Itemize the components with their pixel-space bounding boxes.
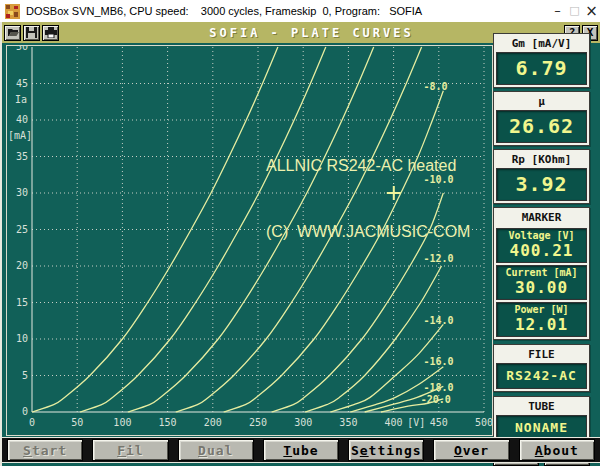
marker-readout-value: 12.01: [497, 315, 586, 336]
svg-text:-14.0: -14.0: [423, 315, 453, 326]
svg-text:15: 15: [16, 297, 28, 308]
svg-text:250: 250: [249, 417, 267, 428]
marker-readout-label: Power [W]: [497, 303, 586, 315]
svg-text:-16.0: -16.0: [423, 356, 453, 367]
svg-text:350: 350: [339, 417, 357, 428]
sidebar: Gm [mA/V] 6.79 µ 26.62 Rp [KOhm] 3.92 MA…: [493, 33, 590, 466]
svg-text:200: 200: [204, 417, 222, 428]
sofia-screen: SOFIA - PLATE CURVES ? X 050100150200250…: [0, 22, 600, 466]
gm-value: 6.79: [497, 53, 586, 84]
plate-curves-chart: 050100150200250300350400450500[V]0510152…: [6, 45, 493, 436]
marker-readout-label: Voltage [V]: [497, 229, 586, 241]
mu-value: 26.62: [497, 111, 586, 142]
svg-text:5: 5: [22, 370, 28, 381]
window-title: DOSBox SVN_MB6, CPU speed: 3000 cycles, …: [26, 5, 422, 17]
svg-text:30: 30: [16, 187, 28, 198]
svg-text:0: 0: [22, 406, 28, 417]
svg-text:10: 10: [16, 333, 28, 344]
start-button: Start: [7, 439, 83, 461]
marker-readout-label: Current [mA]: [497, 266, 586, 278]
settings-button[interactable]: Settings: [348, 439, 424, 461]
svg-text:300: 300: [294, 417, 312, 428]
svg-text:0: 0: [29, 417, 35, 428]
maximize-button[interactable]: □: [566, 0, 583, 22]
page-title: SOFIA - PLATE CURVES: [59, 26, 564, 40]
over-button[interactable]: Over: [433, 439, 509, 461]
bottom-button-bar: StartFilDualTubeSettingsOverAbout: [2, 437, 600, 463]
svg-text:50: 50: [16, 46, 28, 52]
dual-button: Dual: [178, 439, 254, 461]
marker-readout-2: Power [W]12.01: [496, 302, 587, 337]
svg-text:500: 500: [475, 417, 492, 428]
svg-text:-18.0: -18.0: [423, 382, 453, 393]
svg-text:[mA]: [mA]: [8, 130, 32, 141]
dosbox-window: DOSBox SVN_MB6, CPU speed: 3000 cycles, …: [0, 0, 600, 466]
open-file-button[interactable]: [4, 25, 21, 41]
open-file-icon: [7, 28, 19, 38]
marker-title: MARKER: [496, 210, 587, 226]
svg-text:40: 40: [16, 114, 28, 125]
gm-panel: Gm [mA/V] 6.79: [493, 33, 590, 88]
windows-titlebar: DOSBox SVN_MB6, CPU speed: 3000 cycles, …: [0, 0, 600, 22]
marker-readout-value: 400.21: [497, 241, 586, 262]
dosbox-icon: [5, 4, 20, 19]
marker-readout-1: Current [mA]30.00: [496, 265, 587, 300]
mu-panel: µ 26.62: [493, 91, 590, 146]
print-button[interactable]: [42, 25, 59, 41]
rp-value: 3.92: [497, 169, 586, 200]
save-file-button[interactable]: [23, 25, 40, 41]
svg-text:25: 25: [16, 224, 28, 235]
marker-readout-0: Voltage [V]400.21: [496, 228, 587, 263]
close-button[interactable]: ×: [583, 0, 600, 22]
svg-text:-20.0: -20.0: [421, 394, 451, 405]
svg-text:-8.0: -8.0: [423, 81, 447, 92]
chart-annotation-line1: ALLNIC RS242-AC heated: [266, 155, 470, 177]
save-file-icon: [26, 27, 37, 38]
tube-button[interactable]: Tube: [263, 439, 339, 461]
svg-text:450: 450: [430, 417, 448, 428]
svg-text:35: 35: [16, 151, 28, 162]
gm-title: Gm [mA/V]: [496, 36, 587, 52]
tube-title: TUBE: [496, 399, 587, 415]
about-button[interactable]: About: [519, 439, 595, 461]
svg-text:20: 20: [16, 260, 28, 271]
svg-text:50: 50: [71, 417, 83, 428]
svg-text:[V]: [V]: [407, 417, 425, 428]
svg-text:150: 150: [159, 417, 177, 428]
chart-annotation-line2: (C) WWW.JACMUSIC-COM: [266, 221, 470, 243]
minimize-button[interactable]: –: [549, 0, 566, 22]
file-panel: FILE RS242-AC: [493, 344, 590, 392]
rp-title: Rp [KOhm]: [496, 152, 587, 168]
print-icon: [45, 27, 57, 38]
svg-text:100: 100: [113, 417, 131, 428]
mu-title: µ: [496, 94, 587, 110]
rp-panel: Rp [KOhm] 3.92: [493, 149, 590, 204]
svg-text:Ia: Ia: [15, 94, 27, 105]
svg-text:400: 400: [385, 417, 403, 428]
marker-panel: MARKER Voltage [V]400.21Current [mA]30.0…: [493, 207, 590, 340]
file-value: RS242-AC: [497, 364, 586, 388]
svg-text:45: 45: [16, 78, 28, 89]
file-title: FILE: [496, 347, 587, 363]
fil-button: Fil: [92, 439, 168, 461]
marker-readout-value: 30.00: [497, 278, 586, 299]
